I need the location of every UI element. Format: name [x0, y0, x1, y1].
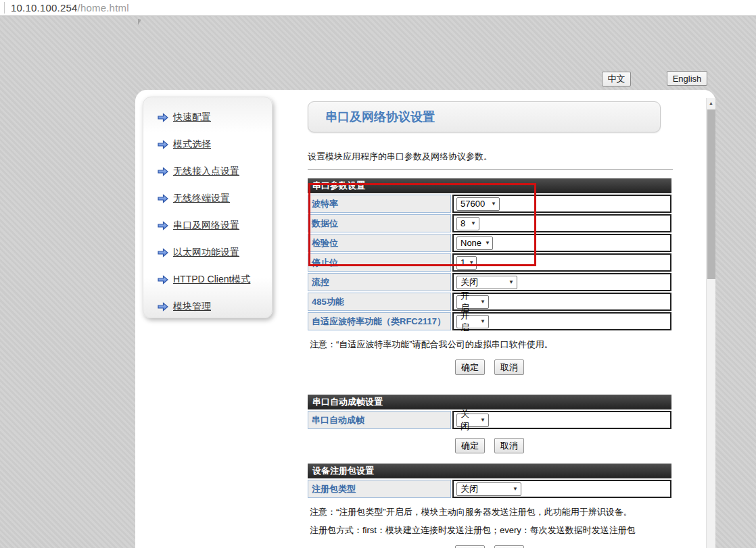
cancel-button[interactable]: 取消	[494, 438, 524, 453]
chevron-down-icon: ▼	[491, 201, 496, 207]
table-row: 流控关闭▼	[308, 273, 671, 291]
ok-button[interactable]: 确定	[455, 438, 485, 453]
table-row: 串口自动成帧关闭▼	[308, 411, 671, 429]
sidebar-item-8[interactable]: 模块管理	[143, 293, 272, 320]
sidebar-item-label: HTTPD Client模式	[173, 274, 250, 286]
row-select[interactable]: 57600▼	[456, 197, 500, 211]
section-note: 注意：“注册包类型”开启后，模块主动向服务器发送注册包，此功能用于辨识设备。	[308, 506, 671, 518]
row-value-cell: 开启▼	[452, 312, 671, 330]
row-select[interactable]: 开启▼	[456, 295, 489, 309]
arrow-right-icon	[157, 248, 169, 257]
table-row: 波特率57600▼	[308, 195, 671, 213]
sidebar-item-label: 模块管理	[173, 301, 211, 313]
scrollbar[interactable]: ▲	[706, 98, 715, 548]
page-title-box: 串口及网络协议设置	[308, 101, 661, 132]
select-value: 关闭	[460, 276, 478, 289]
section-note: 注意：“自适应波特率功能”请配合我公司的虚拟串口软件使用。	[308, 339, 671, 351]
main-content: 串口及网络协议设置 设置模块应用程序的串口参数及网络协议参数。 串口参数设置波特…	[308, 90, 673, 548]
settings-section-2: 串口自动成帧设置串口自动成帧关闭▼确定取消	[308, 395, 671, 453]
arrow-right-icon	[157, 302, 169, 312]
arrow-right-icon	[157, 194, 169, 203]
ok-button[interactable]: 确定	[455, 359, 485, 375]
sidebar-item-1[interactable]: 快速配置	[143, 104, 272, 131]
addressbar-divider	[4, 2, 5, 14]
section-header: 串口参数设置	[308, 178, 671, 193]
lang-english-button[interactable]: English	[667, 71, 707, 86]
row-select[interactable]: 1▼	[456, 256, 477, 270]
ok-button[interactable]: 确定	[455, 545, 485, 548]
section-note: 注册包方式：first：模块建立连接时发送注册包；every：每次发送数据时发送…	[308, 524, 671, 537]
chevron-down-icon: ▼	[513, 486, 518, 492]
arrow-right-icon	[157, 113, 169, 122]
row-select[interactable]: 关闭▼	[456, 414, 489, 427]
section-header: 设备注册包设置	[308, 464, 671, 478]
divider	[308, 169, 673, 170]
arrow-right-icon	[157, 167, 169, 176]
content-panel: 快速配置模式选择无线接入点设置无线终端设置串口及网络设置以太网功能设置HTTPD…	[135, 90, 715, 548]
table-row: 检验位None▼	[308, 234, 671, 252]
row-select[interactable]: 关闭▼	[456, 482, 521, 496]
chevron-down-icon: ▼	[471, 220, 476, 226]
page-description: 设置模块应用程序的串口参数及网络协议参数。	[308, 151, 673, 163]
arrow-right-icon	[157, 140, 169, 149]
sidebar-item-label: 快速配置	[173, 111, 211, 124]
select-value: 开启	[460, 309, 477, 334]
chevron-down-icon: ▼	[469, 259, 474, 266]
sidebar-item-5[interactable]: 串口及网络设置	[143, 212, 272, 239]
chevron-down-icon: ▼	[480, 299, 486, 305]
url-path: /home.html	[78, 2, 129, 14]
scroll-up-icon[interactable]: ▲	[707, 98, 715, 108]
sidebar-item-label: 串口及网络设置	[173, 220, 239, 232]
page-title: 串口及网络协议设置	[325, 109, 435, 125]
sidebar-menu: 快速配置模式选择无线接入点设置无线终端设置串口及网络设置以太网功能设置HTTPD…	[143, 104, 272, 320]
row-select[interactable]: None▼	[456, 236, 493, 250]
table-row: 485功能开启▼	[308, 293, 671, 311]
arrow-right-icon	[157, 221, 169, 230]
chevron-down-icon: ▼	[480, 417, 486, 423]
section-actions: 确定取消	[308, 359, 671, 375]
select-value: 1	[460, 257, 465, 268]
section-actions: 确定取消	[308, 545, 671, 548]
sidebar-nav: 快速配置模式选择无线接入点设置无线终端设置串口及网络设置以太网功能设置HTTPD…	[143, 97, 273, 318]
row-select[interactable]: 8▼	[456, 217, 479, 230]
page-background: 中文 English 快速配置模式选择无线接入点设置无线终端设置串口及网络设置以…	[0, 16, 756, 548]
sidebar-item-label: 模式选择	[173, 139, 211, 151]
section-actions: 确定取消	[308, 438, 671, 453]
select-value: 关闭	[460, 483, 478, 495]
sidebar-item-3[interactable]: 无线接入点设置	[143, 158, 272, 185]
cancel-button[interactable]: 取消	[494, 359, 524, 375]
table-row: 停止位1▼	[308, 253, 671, 272]
chevron-down-icon: ▼	[480, 318, 486, 324]
row-label: 停止位	[308, 253, 451, 272]
row-select[interactable]: 开启▼	[456, 315, 489, 328]
row-label: 自适应波特率功能（类RFC2117）	[308, 312, 451, 330]
settings-section-1: 串口参数设置波特率57600▼数据位8▼检验位None▼停止位1▼流控关闭▼48…	[308, 178, 671, 375]
cancel-button[interactable]: 取消	[494, 545, 524, 548]
row-label: 串口自动成帧	[308, 411, 451, 429]
section-header: 串口自动成帧设置	[308, 395, 671, 409]
row-value-cell: 关闭▼	[452, 273, 671, 291]
row-select[interactable]: 关闭▼	[456, 276, 517, 289]
scrollbar-thumb[interactable]	[707, 109, 715, 279]
url-host: 10.10.100.254	[11, 2, 78, 14]
sidebar-item-6[interactable]: 以太网功能设置	[143, 239, 272, 266]
chevron-down-icon: ▼	[509, 279, 514, 285]
mouse-cursor	[138, 19, 141, 25]
chevron-down-icon: ▼	[485, 240, 490, 246]
row-label: 485功能	[308, 293, 451, 311]
table-row: 数据位8▼	[308, 214, 671, 232]
row-label: 检验位	[308, 234, 451, 252]
select-value: 关闭	[460, 408, 477, 432]
settings-section-3: 设备注册包设置注册包类型关闭▼注意：“注册包类型”开启后，模块主动向服务器发送注…	[308, 464, 671, 548]
table-row: 自适应波特率功能（类RFC2117）开启▼	[308, 312, 671, 330]
arrow-right-icon	[157, 275, 169, 284]
select-value: 57600	[460, 199, 485, 209]
sidebar-item-2[interactable]: 模式选择	[143, 131, 272, 158]
sidebar-item-4[interactable]: 无线终端设置	[143, 185, 272, 212]
row-value-cell: 57600▼	[452, 195, 671, 213]
lang-chinese-button[interactable]: 中文	[602, 72, 631, 86]
row-value-cell: 关闭▼	[452, 411, 671, 429]
sidebar-item-label: 无线终端设置	[173, 193, 230, 205]
browser-address-bar[interactable]: 10.10.100.254/home.html	[0, 0, 756, 16]
sidebar-item-7[interactable]: HTTPD Client模式	[143, 266, 272, 293]
